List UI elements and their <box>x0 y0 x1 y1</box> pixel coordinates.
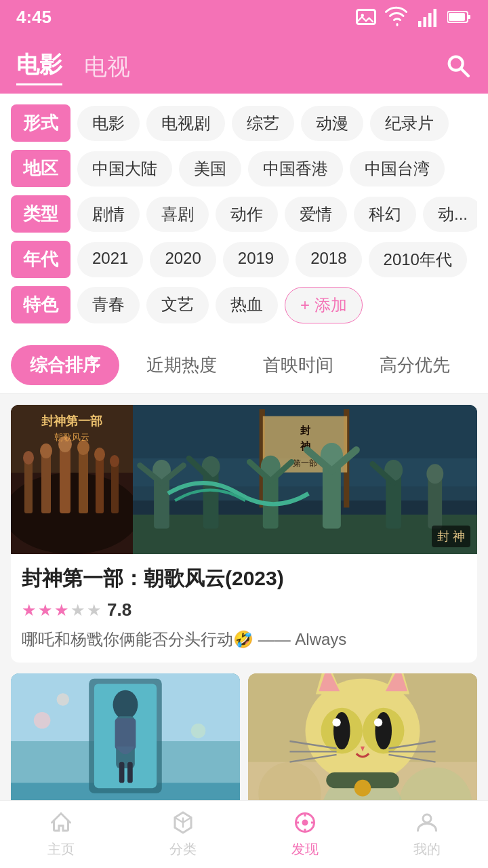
svg-rect-22 <box>96 456 104 513</box>
wifi-icon <box>385 5 409 29</box>
svg-rect-20 <box>79 449 88 513</box>
filter-tag-movie[interactable]: 电影 <box>77 106 140 141</box>
filter-tag-2020[interactable]: 2020 <box>150 242 216 277</box>
sort-release[interactable]: 首映时间 <box>244 345 352 385</box>
filter-row-region: 地区 中国大陆 美国 中国香港 中国台湾 <box>11 150 477 187</box>
svg-point-87 <box>332 718 340 726</box>
featured-images: 封神第一部 朝歌风云 <box>11 405 477 554</box>
filter-row-special: 特色 青春 文艺 热血 + 添加 <box>11 286 477 323</box>
svg-rect-56 <box>428 476 442 529</box>
filter-tag-action2[interactable]: 热血 <box>216 287 278 323</box>
svg-rect-66 <box>119 762 125 783</box>
poster-art: 封神第一部 朝歌风云 <box>11 405 133 554</box>
filter-tag-mainland[interactable]: 中国大陆 <box>77 151 172 186</box>
search-button[interactable] <box>445 52 472 85</box>
nav-discover[interactable]: 发现 <box>244 805 366 864</box>
svg-text:封神第一部: 封神第一部 <box>41 414 102 428</box>
nav-home[interactable]: 主页 <box>0 805 122 864</box>
featured-poster: 封神第一部 朝歌风云 <box>11 405 133 554</box>
svg-rect-3 <box>424 17 427 27</box>
filter-label-era: 年代 <box>11 241 70 278</box>
star-5: ★ <box>87 601 102 620</box>
filter-tag-taiwan[interactable]: 中国台湾 <box>350 151 445 186</box>
svg-point-15 <box>23 451 34 465</box>
search-icon <box>445 52 472 79</box>
svg-text:封: 封 <box>300 425 310 436</box>
filter-label-genre: 类型 <box>11 195 70 233</box>
filter-tag-2018[interactable]: 2018 <box>296 242 361 277</box>
movie-card-3[interactable]: 猫的报恩 <box>248 673 477 809</box>
filter-tag-tv-drama[interactable]: 电视剧 <box>146 106 225 141</box>
header: 电影 电视 <box>0 34 488 94</box>
svg-rect-5 <box>434 9 437 27</box>
svg-point-17 <box>40 443 52 458</box>
filter-section: 形式 电影 电视剧 综艺 动漫 纪录片 地区 中国大陆 美国 中国香港 中国台湾… <box>0 94 488 337</box>
movie-row: 山有木兮 <box>11 673 477 809</box>
filter-tag-animation[interactable]: 动... <box>423 197 477 232</box>
nav-category[interactable]: 分类 <box>122 805 244 864</box>
svg-point-106 <box>423 814 431 823</box>
svg-rect-24 <box>111 462 119 513</box>
sort-highscore[interactable]: 高分优先 <box>361 345 469 385</box>
filter-tag-anime[interactable]: 动漫 <box>301 106 363 141</box>
nav-discover-label: 发现 <box>291 840 319 859</box>
svg-rect-65 <box>115 718 136 749</box>
rating-score: 7.8 <box>107 599 131 620</box>
filter-row-format: 形式 电影 电视剧 综艺 动漫 纪录片 <box>11 104 477 142</box>
sort-comprehensive[interactable]: 综合排序 <box>11 345 119 385</box>
movie-card-2[interactable]: 山有木兮 <box>11 673 240 809</box>
battery-icon <box>447 10 472 24</box>
filter-tag-documentary[interactable]: 纪录片 <box>370 106 449 141</box>
star-2: ★ <box>38 601 53 620</box>
featured-movie-card[interactable]: 封神第一部 朝歌风云 <box>11 405 477 663</box>
nav-category-label: 分类 <box>169 840 197 859</box>
filter-tag-hongkong[interactable]: 中国香港 <box>248 151 343 186</box>
svg-point-23 <box>94 448 105 461</box>
filter-tag-scifi[interactable]: 科幻 <box>354 197 416 232</box>
filter-add-button[interactable]: + 添加 <box>285 287 363 323</box>
svg-point-21 <box>77 440 89 455</box>
filter-tag-romance[interactable]: 爱情 <box>285 197 347 232</box>
filter-tags-era: 2021 2020 2019 2018 2010年代 <box>77 242 467 277</box>
filter-tag-variety[interactable]: 综艺 <box>232 106 294 141</box>
filter-tags-region: 中国大陆 美国 中国香港 中国台湾 <box>77 151 445 186</box>
bottom-nav: 主页 分类 发现 <box>0 800 488 868</box>
svg-rect-4 <box>428 13 432 27</box>
content-area: 封神第一部 朝歌风云 <box>0 394 488 820</box>
nav-mine[interactable]: 我的 <box>366 805 488 864</box>
filter-tag-art[interactable]: 文艺 <box>146 287 209 323</box>
tab-tv[interactable]: 电视 <box>84 52 130 85</box>
filter-tag-youth[interactable]: 青春 <box>77 287 140 323</box>
category-icon <box>171 810 195 837</box>
filter-row-era: 年代 2021 2020 2019 2018 2010年代 <box>11 241 477 278</box>
filter-tag-comedy[interactable]: 喜剧 <box>146 197 209 232</box>
movie-comment: 哪吒和杨戬你俩能否分头行动🤣 —— Always <box>22 627 466 652</box>
filter-tag-2010s[interactable]: 2010年代 <box>369 242 467 277</box>
stars: ★ ★ ★ ★ ★ <box>22 601 102 620</box>
svg-point-63 <box>113 690 138 719</box>
svg-point-70 <box>191 724 206 738</box>
movie-info: 封神第一部：朝歌风云(2023) ★ ★ ★ ★ ★ 7.8 哪吒和杨戬你俩能否… <box>11 554 477 663</box>
tab-movie[interactable]: 电影 <box>16 50 62 85</box>
svg-text:朝歌风云: 朝歌风云 <box>54 432 89 442</box>
image-icon <box>354 5 378 29</box>
filter-label-region: 地区 <box>11 150 70 187</box>
svg-rect-16 <box>41 452 51 513</box>
svg-point-88 <box>374 718 382 726</box>
status-time: 4:45 <box>16 7 52 28</box>
sort-recent[interactable]: 近期热度 <box>127 345 236 385</box>
poster-image: 封神第一部 朝歌风云 <box>11 405 133 554</box>
header-tabs: 电影 电视 <box>16 50 472 94</box>
svg-rect-31 <box>133 515 477 554</box>
filter-tag-2021[interactable]: 2021 <box>77 242 143 277</box>
filter-tag-2019[interactable]: 2019 <box>223 242 289 277</box>
filter-tags-format: 电影 电视剧 综艺 动漫 纪录片 <box>77 106 449 141</box>
home-icon <box>49 810 73 837</box>
nav-home-label: 主页 <box>47 840 75 859</box>
filter-tag-action[interactable]: 动作 <box>216 197 278 232</box>
filter-tag-drama[interactable]: 剧情 <box>77 197 140 232</box>
movie-card-3-art: 猫的报恩 <box>248 673 477 809</box>
filter-tag-usa[interactable]: 美国 <box>179 151 241 186</box>
svg-point-101 <box>302 820 308 826</box>
banner-badge: 封 神 <box>432 526 470 547</box>
